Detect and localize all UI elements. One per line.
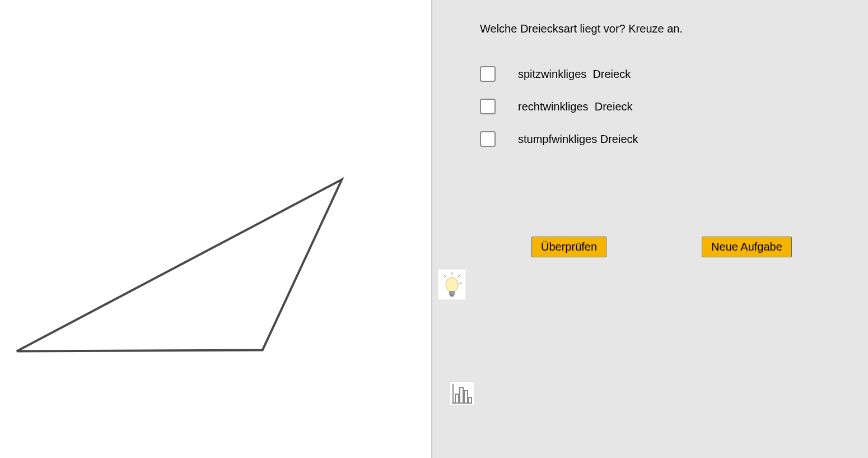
checkbox-obtuse[interactable] — [480, 131, 496, 147]
question-panel: Welche Dreiecksart liegt vor? Kreuze an.… — [432, 0, 868, 458]
svg-rect-12 — [469, 397, 472, 403]
svg-rect-6 — [450, 295, 454, 297]
option-label-right: rechtwinkliges Dreieck — [518, 100, 633, 113]
svg-rect-5 — [449, 291, 455, 295]
triangle-shape — [0, 0, 431, 458]
option-row-right: rechtwinkliges Dreieck — [480, 99, 834, 114]
check-button[interactable]: Überprüfen — [531, 237, 606, 257]
lightbulb-icon — [440, 271, 464, 299]
option-row-acute: spitzwinkliges Dreieck — [480, 66, 834, 82]
svg-line-1 — [444, 275, 446, 277]
svg-point-4 — [446, 277, 458, 292]
bar-chart-icon — [451, 383, 473, 404]
checkbox-acute[interactable] — [480, 66, 496, 82]
svg-line-2 — [458, 275, 460, 277]
option-row-obtuse: stumpfwinkliges Dreieck — [480, 131, 834, 147]
question-text: Welche Dreiecksart liegt vor? Kreuze an. — [480, 22, 834, 35]
option-label-obtuse: stumpfwinkliges Dreieck — [518, 133, 638, 146]
option-label-acute: spitzwinkliges Dreieck — [518, 68, 631, 81]
svg-rect-11 — [464, 391, 468, 403]
svg-rect-10 — [460, 387, 463, 403]
new-task-button[interactable]: Neue Aufgabe — [702, 237, 792, 257]
buttons-row: Überprüfen Neue Aufgabe — [432, 237, 868, 257]
stats-button[interactable] — [449, 381, 475, 406]
hint-button[interactable] — [438, 269, 466, 300]
geometry-canvas[interactable] — [0, 0, 432, 458]
triangle-polygon — [17, 179, 342, 351]
svg-rect-9 — [455, 394, 459, 403]
checkbox-right[interactable] — [480, 99, 496, 114]
